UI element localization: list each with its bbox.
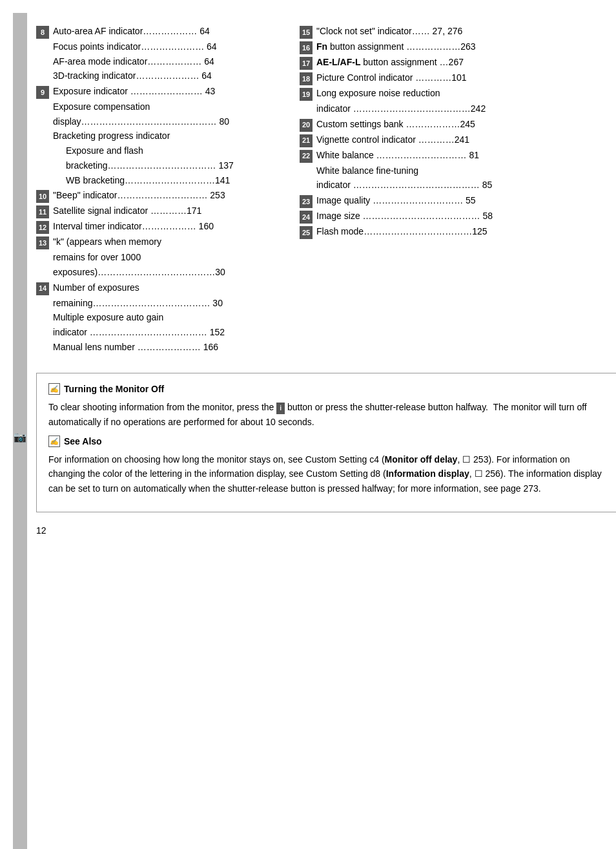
entry-10: 10 "Beep" indicator………………………… 253 [36,189,288,203]
entry-10-text-1: "Beep" indicator………………………… 253 [53,189,288,203]
note-see-also-title-text: See Also [64,436,102,446]
badge-23: 23 [300,195,313,208]
entry-18-text-1: Picture Control indicator …………101 [316,71,616,85]
entry-24-text-1: Image size ………………………………… 58 [316,209,616,224]
entry-19: 19 Long exposure noise reduction indicat… [300,87,616,116]
entry-9-sub-5: bracketing……………………………… 137 [66,159,288,173]
badge-25: 25 [300,226,313,239]
entry-19-sub-1: indicator …………………………………242 [316,102,616,116]
note-monitor-off-box: ✍ Turning the Monitor Off To clear shoot… [36,373,616,512]
entry-8-sub-3: 3D-tracking indicator………………… 64 [53,69,288,83]
entry-8: 8 Auto-area AF indicator……………… 64 Focus … [36,25,288,83]
badge-14: 14 [36,282,49,295]
badge-21: 21 [300,134,313,147]
badge-22: 22 [300,150,313,163]
badge-19: 19 [300,88,313,101]
entry-24: 24 Image size ………………………………… 58 [300,209,616,224]
badge-13: 13 [36,236,49,249]
badge-12: 12 [36,221,49,234]
entry-9-sub-2: display……………………………………… 80 [53,115,288,129]
entry-13-text-1: "k" (appears when memory [53,235,288,249]
entry-9-sub-1: Exposure compensation [53,100,288,114]
badge-10: 10 [36,190,49,203]
entry-16-text-1: Fn button assignment ………………263 [316,40,616,54]
left-column: 8 Auto-area AF indicator……………… 64 Focus … [36,25,288,355]
entry-13-sub-1: remains for over 1000 [53,251,288,265]
entry-13: 13 "k" (appears when memory remains for … [36,235,288,279]
entry-21-text-1: Vignette control indicator …………241 [316,133,616,147]
entry-9-text-1: Exposure indicator …………………… 43 [53,85,288,99]
entry-22: 22 White balance ………………………… 81 White bal… [300,149,616,193]
right-column: 15 "Clock not set" indicator…… 27, 276 1… [300,25,616,355]
note-monitor-icon: ✍ [48,383,60,395]
entry-22-sub-1: White balance fine-tuning [316,164,616,178]
badge-15: 15 [300,26,313,39]
entry-11-text-1: Satellite signal indicator …………171 [53,204,288,218]
entry-14-sub-1: remaining………………………………… 30 [53,297,288,311]
entry-23-text-1: Image quality ………………………… 55 [316,194,616,208]
badge-8: 8 [36,26,49,39]
entry-11: 11 Satellite signal indicator …………171 [36,204,288,218]
entry-17-text-1: AE-L/AF-L button assignment …267 [316,56,616,70]
note-see-also-icon: ✍ [48,435,60,447]
entry-15-text-1: "Clock not set" indicator…… 27, 276 [316,25,616,39]
entry-13-sub-2: exposures)…………………………………30 [53,266,288,280]
entry-9-sub-4: Exposure and flash [66,144,288,158]
note-monitor-title-text: Turning the Monitor Off [64,384,164,394]
entry-25: 25 Flash mode………………………………125 [300,225,616,239]
left-sidebar: 📷 [13,13,27,849]
entry-23: 23 Image quality ………………………… 55 [300,194,616,208]
entry-8-text-1: Auto-area AF indicator……………… 64 [53,25,288,39]
badge-18: 18 [300,72,313,85]
note-see-also-title: ✍ See Also [48,435,605,447]
entry-22-sub-2: indicator …………………………………… 85 [316,178,616,193]
entry-20-text-1: Custom settings bank ………………245 [316,118,616,132]
entry-25-text-1: Flash mode………………………………125 [316,225,616,239]
entry-17: 17 AE-L/AF-L button assignment …267 [300,56,616,70]
note-monitor-title: ✍ Turning the Monitor Off [48,383,605,395]
entry-8-sub-1: Focus points indicator………………… 64 [53,40,288,54]
entry-14-text-1: Number of exposures [53,281,288,295]
entry-9-sub-6: WB bracketing…………………………141 [66,174,288,188]
entry-8-sub-2: AF-area mode indicator……………… 64 [53,55,288,69]
entry-16: 16 Fn button assignment ………………263 [300,40,616,54]
badge-17: 17 [300,57,313,70]
entry-12: 12 Interval timer indicator……………… 160 [36,220,288,234]
entry-9-sub-3: Bracketing progress indicator [53,129,288,143]
note-see-also-body: For information on choosing how long the… [48,452,605,496]
page-number: 12 [36,525,616,536]
entry-14-sub-3: indicator ………………………………… 152 [53,326,288,340]
sidebar-icon: 📷 [14,431,26,444]
entry-20: 20 Custom settings bank ………………245 [300,118,616,132]
entry-12-text-1: Interval timer indicator……………… 160 [53,220,288,234]
badge-20: 20 [300,119,313,132]
entry-18: 18 Picture Control indicator …………101 [300,71,616,85]
entry-15: 15 "Clock not set" indicator…… 27, 276 [300,25,616,39]
note-boxes: ✍ Turning the Monitor Off To clear shoot… [36,373,616,512]
entry-14-sub-4: Manual lens number ………………… 166 [53,341,288,355]
badge-24: 24 [300,211,313,224]
entry-19-text-1: Long exposure noise reduction [316,87,616,101]
note-monitor-body: To clear shooting information from the m… [48,400,605,429]
entry-14-sub-2: Multiple exposure auto gain [53,311,288,325]
entry-22-text-1: White balance ………………………… 81 [316,149,616,163]
entry-21: 21 Vignette control indicator …………241 [300,133,616,147]
info-button-icon: i [276,403,285,414]
entry-14: 14 Number of exposures remaining……………………… [36,281,288,355]
badge-16: 16 [300,41,313,54]
main-content: 8 Auto-area AF indicator……………… 64 Focus … [36,25,616,355]
badge-9: 9 [36,86,49,99]
badge-11: 11 [36,205,49,218]
entry-9: 9 Exposure indicator …………………… 43 Exposur… [36,85,288,187]
